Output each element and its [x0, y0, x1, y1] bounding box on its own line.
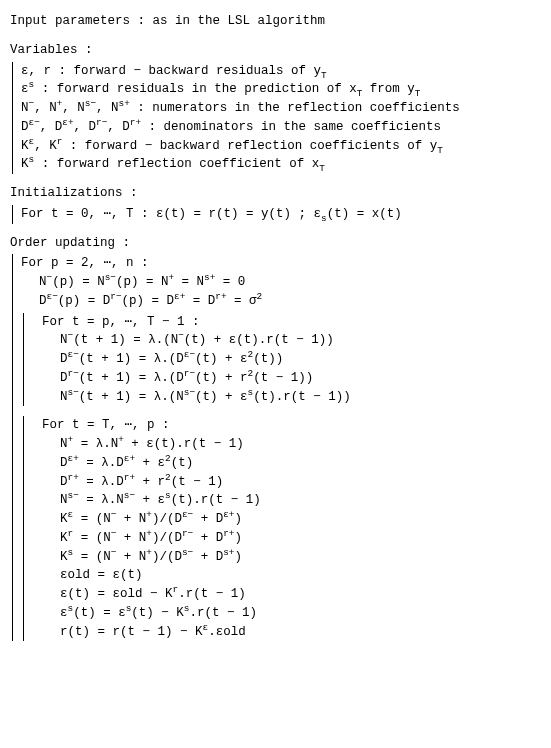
sup: s−: [85, 98, 96, 109]
i1-l1: N−(t + 1) = λ.(N−(t) + ε(t).r(t − 1)): [42, 331, 541, 350]
text: (t) = x(t): [327, 207, 402, 221]
i2-l10: εs(t) = εs(t) − Ks.r(t − 1): [42, 604, 541, 623]
text: : forward − backward reflection coeffici…: [62, 139, 437, 153]
variables-title: Variables :: [10, 41, 541, 60]
i2-l9: ε(t) = εold − Kr.r(t − 1): [42, 585, 541, 604]
text: , N: [96, 101, 119, 115]
s: r−: [110, 291, 121, 302]
sub: T: [321, 69, 327, 80]
t: N: [39, 275, 47, 289]
i2-l2: Dε+ = λ.Dε+ + ε2(t): [42, 454, 541, 473]
var-line-6: Ks : forward reflection coefficient of x…: [21, 155, 541, 174]
t: = N: [174, 275, 204, 289]
var-line-3: N−, N+, Ns−, Ns+ : numerators in the ref…: [21, 99, 541, 118]
var-line-2: εs : forward residuals in the prediction…: [21, 80, 541, 99]
s: s+: [204, 272, 215, 283]
init-line: For t = 0, ⋯, T : ε(t) = r(t) = y(t) ; ε…: [21, 205, 541, 224]
text: K: [21, 139, 29, 153]
variables-bracket: ε, r : forward − backward residuals of y…: [12, 62, 541, 175]
var-line-1: ε, r : forward − backward residuals of y…: [21, 62, 541, 81]
order-section: Order updating : For p = 2, ⋯, n : N−(p)…: [10, 234, 541, 642]
t: = 0: [215, 275, 245, 289]
i1-l4: Ns−(t + 1) = λ.(Ns−(t) + εs(t).r(t − 1)): [42, 388, 541, 407]
var-line-5: Kε, Kr : forward − backward reflection c…: [21, 137, 541, 156]
text: , D: [40, 120, 63, 134]
text: , N: [34, 101, 57, 115]
t: (p) = N: [52, 275, 105, 289]
init-section: Initializations : For t = 0, ⋯, T : ε(t)…: [10, 184, 541, 224]
text: from y: [362, 82, 415, 96]
i2-l7: Ks = (N− + N+)/(Ds− + Ds+): [42, 548, 541, 567]
t: (p) = D: [58, 294, 111, 308]
t: = D: [185, 294, 215, 308]
for-p-line: For p = 2, ⋯, n :: [21, 254, 541, 273]
text: : numerators in the reflection coefficie…: [130, 101, 460, 115]
s: ε+: [174, 291, 185, 302]
n-init-line: N−(p) = Ns−(p) = N+ = Ns+ = 0: [21, 273, 541, 292]
i2-l6: Kr = (N− + N+)/(Dr− + Dr+): [42, 529, 541, 548]
i2-l11: r(t) = r(t − 1) − Kε.εold: [42, 623, 541, 642]
inner-bracket-1: For t = p, ⋯, T − 1 : N−(t + 1) = λ.(N−(…: [23, 313, 541, 407]
sup: s+: [119, 98, 130, 109]
t: (p) = N: [116, 275, 169, 289]
for-t1-line: For t = p, ⋯, T − 1 :: [42, 313, 541, 332]
inner-bracket-2: For t = T, ⋯, p : N+ = λ.N+ + ε(t).r(t −…: [23, 416, 541, 641]
s: s−: [105, 272, 116, 283]
text: , N: [62, 101, 85, 115]
text: D: [21, 120, 29, 134]
sup: ε+: [62, 117, 73, 128]
text: : denominators in the same coefficients: [141, 120, 441, 134]
i2-l1: N+ = λ.N+ + ε(t).r(t − 1): [42, 435, 541, 454]
i2-l5: Kε = (N− + N+)/(Dε− + Dε+): [42, 510, 541, 529]
i1-l2: Dε−(t + 1) = λ.(Dε−(t) + ε2(t)): [42, 350, 541, 369]
text: : forward reflection coefficient of x: [34, 157, 319, 171]
sub: T: [319, 163, 325, 174]
order-title: Order updating :: [10, 234, 541, 253]
t: = σ: [227, 294, 257, 308]
for-t2-line: For t = T, ⋯, p :: [42, 416, 541, 435]
input-parameters: Input parameters : as in the LSL algorit…: [10, 12, 541, 31]
text: : forward residuals in the prediction of…: [34, 82, 357, 96]
sub: T: [437, 144, 443, 155]
sup: ε−: [29, 117, 40, 128]
text: For t = 0, ⋯, T : ε(t) = r(t) = y(t) ; ε: [21, 207, 321, 221]
init-bracket: For t = 0, ⋯, T : ε(t) = r(t) = y(t) ; ε…: [12, 205, 541, 224]
text: N: [21, 101, 29, 115]
i2-l4: Ns− = λ.Ns− + εs(t).r(t − 1): [42, 491, 541, 510]
text: ε: [21, 82, 29, 96]
variables-section: Variables : ε, r : forward − backward re…: [10, 41, 541, 174]
order-outer-bracket: For p = 2, ⋯, n : N−(p) = Ns−(p) = N+ = …: [12, 254, 541, 641]
text: , K: [34, 139, 57, 153]
init-title: Initializations :: [10, 184, 541, 203]
text: , D: [74, 120, 97, 134]
i1-l3: Dr−(t + 1) = λ.(Dr−(t) + r2(t − 1)): [42, 369, 541, 388]
sup: r+: [130, 117, 141, 128]
text: , D: [107, 120, 130, 134]
sub: T: [415, 88, 421, 99]
sup: r−: [96, 117, 107, 128]
var-line-4: Dε−, Dε+, Dr−, Dr+ : denominators in the…: [21, 118, 541, 137]
text: K: [21, 157, 29, 171]
s: r+: [215, 291, 226, 302]
i2-l3: Dr+ = λ.Dr+ + r2(t − 1): [42, 473, 541, 492]
t: (p) = D: [122, 294, 175, 308]
s: 2: [257, 291, 263, 302]
t: D: [39, 294, 47, 308]
d-init-line: Dε−(p) = Dr−(p) = Dε+ = Dr+ = σ2: [21, 292, 541, 311]
s: ε−: [47, 291, 58, 302]
text: ε, r : forward − backward residuals of y: [21, 64, 321, 78]
i2-l8: εold = ε(t): [42, 566, 541, 585]
